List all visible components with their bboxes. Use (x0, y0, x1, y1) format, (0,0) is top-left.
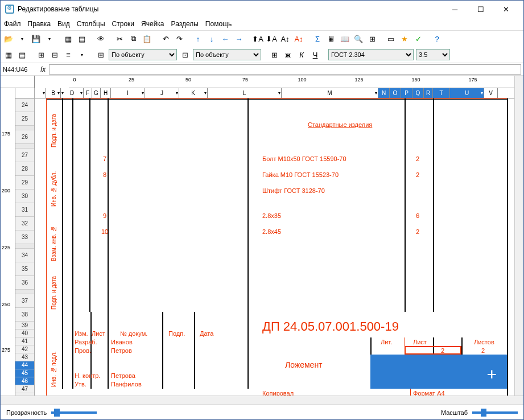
minimize-button[interactable]: ─ (442, 1, 468, 17)
split-icon[interactable]: ⊟ (49, 49, 60, 60)
row-header[interactable]: 24 (15, 98, 34, 112)
arrow-right-icon[interactable]: → (233, 33, 245, 44)
border1-icon[interactable]: ▦ (63, 33, 74, 44)
sort4-icon[interactable]: A↕ (293, 33, 304, 44)
col-header[interactable]: H (101, 88, 111, 98)
row-header[interactable]: 40 (15, 330, 34, 337)
row-header[interactable]: 35 (15, 262, 34, 276)
row-header[interactable]: 25 (15, 112, 34, 126)
row-header[interactable]: 29 (15, 176, 34, 190)
col-header[interactable]: T (433, 88, 450, 98)
sort-asc-icon[interactable]: ⬆A (252, 33, 263, 44)
eye-icon[interactable]: 👁 (95, 33, 106, 44)
row-header[interactable]: 31 (15, 203, 34, 217)
close-button[interactable]: ✕ (493, 1, 519, 17)
menu-cell[interactable]: Ячейка (141, 20, 164, 28)
valign-icon[interactable]: ▾ (76, 49, 88, 60)
border-style2-select[interactable]: По объекту (193, 49, 261, 60)
row-header[interactable]: 46 (15, 377, 34, 385)
col-header[interactable]: I▾ (111, 88, 145, 98)
row-header[interactable]: 45 (15, 369, 34, 377)
col-header[interactable]: G (92, 88, 101, 98)
col-header[interactable]: R (424, 88, 433, 98)
row-header[interactable]: 36 (15, 276, 34, 290)
col-header[interactable]: V (484, 88, 498, 98)
sort3-icon[interactable]: A↕ (279, 33, 291, 44)
copy-icon[interactable]: ⧉ (127, 33, 139, 44)
underline-icon[interactable]: Ч (310, 49, 321, 60)
col-header[interactable]: Q (412, 88, 424, 98)
star-icon[interactable]: ★ (399, 33, 410, 44)
row-header[interactable]: 28 (15, 162, 34, 176)
row-header[interactable]: 39 (15, 322, 34, 330)
row-header[interactable]: 41 (15, 337, 34, 345)
grid2-icon[interactable]: ▤ (16, 49, 28, 60)
cut-icon[interactable]: ✂ (114, 33, 125, 44)
row-header[interactable]: 47 (15, 385, 34, 393)
align-icon[interactable]: ≡ (63, 49, 74, 60)
col-header[interactable]: K▾ (179, 88, 208, 98)
menu-help[interactable]: Помощь (205, 20, 232, 28)
window-icon[interactable]: ▭ (385, 33, 397, 44)
bold-icon[interactable]: ж (282, 49, 294, 60)
row-header[interactable]: 38 (15, 308, 34, 322)
scale-slider[interactable] (472, 411, 518, 414)
col-header[interactable]: B▾ (46, 88, 61, 98)
redo-icon[interactable]: ↷ (174, 33, 185, 44)
italic-icon[interactable]: К (296, 49, 307, 60)
fontsize-select[interactable]: 3.5 (416, 49, 450, 60)
text-grid-icon[interactable]: ⊞ (269, 49, 280, 60)
row-header[interactable]: 30 (15, 190, 34, 203)
filter-icon[interactable]: ⊞ (366, 33, 378, 44)
row-header[interactable]: 42 (15, 345, 34, 353)
col-header[interactable]: U▾ (450, 88, 484, 98)
row-header[interactable]: 37 (15, 294, 34, 308)
border2-icon[interactable]: ▤ (76, 33, 88, 44)
border-out-icon[interactable]: ⊡ (179, 49, 191, 60)
row-header[interactable]: 27 (15, 149, 34, 162)
col-header[interactable]: F (84, 88, 92, 98)
save-dd-icon[interactable]: ▾ (44, 33, 55, 44)
undo-icon[interactable]: ↶ (160, 33, 171, 44)
border-style1-select[interactable]: По объекту (109, 49, 177, 60)
merge-icon[interactable]: ⊞ (35, 49, 47, 60)
help-icon[interactable]: ? (431, 33, 443, 44)
spreadsheet-content[interactable]: Подп. и дата Инв. № дубл. Взам. инв. № П… (35, 98, 514, 396)
menu-edit[interactable]: Правка (28, 20, 51, 28)
col-header[interactable]: N (378, 88, 390, 98)
book-icon[interactable]: 📖 (339, 33, 350, 44)
row-header[interactable]: 44 (15, 361, 34, 369)
sort-desc-icon[interactable]: ⬇A (266, 33, 277, 44)
font-select[interactable]: ГОСТ 2.304 (328, 49, 414, 60)
col-header[interactable]: L▾ (208, 88, 282, 98)
menu-columns[interactable]: Столбцы (77, 20, 105, 28)
col-header[interactable]: J▾ (145, 88, 179, 98)
arrow-left-icon[interactable]: ← (220, 33, 231, 44)
col-header[interactable]: M▾ (282, 88, 378, 98)
open-icon[interactable]: 📂 (3, 33, 14, 44)
row-header[interactable]: 33 (15, 230, 34, 244)
menu-view[interactable]: Вид (57, 20, 70, 28)
formula-input[interactable] (49, 64, 521, 75)
paste-icon[interactable]: 📋 (141, 33, 152, 44)
border-all-icon[interactable]: ⊞ (95, 49, 106, 60)
maximize-button[interactable]: ☐ (468, 1, 493, 17)
vertical-scrollbar[interactable] (514, 88, 523, 396)
row-header[interactable]: 43 (15, 353, 34, 361)
grid1-icon[interactable]: ▦ (3, 49, 14, 60)
col-header[interactable]: O (390, 88, 401, 98)
opacity-slider[interactable] (51, 411, 97, 414)
save-icon[interactable]: 💾 (30, 33, 42, 44)
col-header[interactable]: ▾D▾ (61, 88, 84, 98)
arrow-up-icon[interactable]: ↑ (192, 33, 204, 44)
row-header[interactable]: 26 (15, 130, 34, 144)
horizontal-scrollbar[interactable] (1, 396, 523, 405)
calc-icon[interactable]: 🖩 (325, 33, 337, 44)
menu-sections[interactable]: Разделы (171, 20, 199, 28)
arrow-down-icon[interactable]: ↓ (206, 33, 217, 44)
check-icon[interactable]: ✓ (412, 33, 424, 44)
sum-icon[interactable]: Σ (312, 33, 323, 44)
open-dd-icon[interactable]: ▾ (16, 33, 28, 44)
row-header[interactable]: 32 (15, 217, 34, 230)
find-icon[interactable]: 🔍 (353, 33, 364, 44)
